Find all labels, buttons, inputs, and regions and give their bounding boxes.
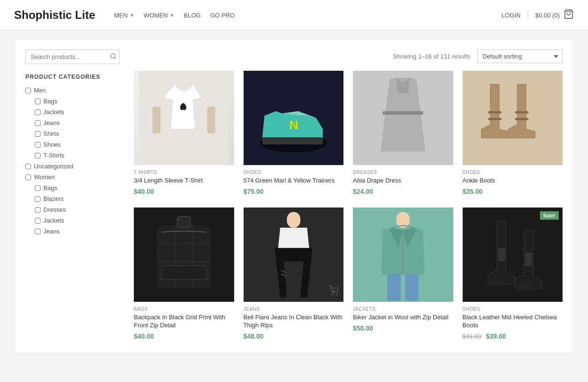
svg-rect-17 — [515, 111, 529, 114]
product-image-6 — [244, 208, 344, 302]
product-price-3: $24.00 — [353, 188, 453, 195]
cat-item-women-bags[interactable]: Bags — [35, 184, 120, 191]
cat-label-women-bags: Bags — [43, 184, 57, 191]
product-category-6: JEANS — [244, 307, 344, 312]
nav-gopro[interactable]: GO PRO — [210, 12, 235, 19]
product-card-7[interactable]: JACKETS Biker Jacket in Wool with Zip De… — [353, 208, 453, 343]
cat-item-men-shoes[interactable]: Shoes — [35, 141, 120, 148]
product-info-3: DRESSES Abia Drape Dress $24.00 — [353, 165, 453, 198]
cat-item-men-jackets[interactable]: Jackets — [35, 108, 120, 116]
sort-select[interactable]: Default sorting Sort by popularity Sort … — [477, 50, 563, 63]
cat-item-men-bags[interactable]: Bags — [35, 98, 120, 105]
product-card-6[interactable]: JEANS Bell Flare Jeans In Clean Black Wi… — [244, 208, 344, 343]
cat-checkbox-men-jackets[interactable] — [35, 109, 41, 115]
cat-checkbox-women[interactable] — [25, 174, 31, 180]
svg-rect-15 — [488, 111, 501, 114]
cat-checkbox-women-dresses[interactable] — [35, 207, 41, 213]
cat-label-women-dresses: Dresses — [43, 206, 66, 213]
cat-item-uncategorized[interactable]: Uncategorized — [25, 163, 120, 170]
product-image-1 — [134, 71, 234, 165]
product-name-3: Abia Drape Dress — [353, 177, 453, 185]
cat-label-uncategorized: Uncategorized — [34, 163, 74, 170]
cat-item-men-jeans[interactable]: Jeans — [35, 119, 120, 126]
cat-item-men-shirts[interactable]: Shirts — [35, 130, 120, 137]
svg-rect-40 — [387, 274, 401, 301]
site-logo[interactable]: Shophistic Lite — [14, 8, 95, 22]
categories-title: PRODUCT CATEGORIES — [25, 74, 120, 80]
cat-checkbox-men-tshirts[interactable] — [35, 153, 41, 158]
login-button[interactable]: LOGIN — [501, 12, 520, 19]
cat-checkbox-women-blazers[interactable] — [35, 196, 41, 202]
product-card-4[interactable]: SHOES Ankle Boots $35.00 — [463, 71, 563, 198]
product-price-sale-8: $39.00 — [486, 332, 506, 340]
svg-rect-29 — [286, 212, 300, 227]
svg-rect-43 — [488, 279, 506, 286]
search-icon[interactable] — [110, 53, 116, 61]
product-info-8: SHOES Black Leather Mid Heeled Chelsea B… — [463, 302, 563, 343]
cat-item-women-jeans[interactable]: Jeans — [35, 228, 120, 235]
cat-sub-women: Bags Blazers Dresses Jackets — [25, 184, 120, 235]
product-card-8[interactable]: Sale! SHOES Black Leather Mid Heeled Che… — [463, 208, 563, 343]
svg-rect-14 — [468, 71, 557, 165]
product-info-4: SHOES Ankle Boots $35.00 — [463, 165, 563, 198]
product-category-3: DRESSES — [353, 170, 453, 175]
product-price-wrapper-8: $49.00 $39.00 — [463, 332, 563, 340]
category-men: Men Bags Jackets Jeans — [25, 87, 120, 159]
product-name-4: Ankle Boots — [463, 177, 563, 185]
nav-men[interactable]: MEN ▼ — [114, 12, 134, 19]
cat-checkbox-uncategorized[interactable] — [25, 164, 31, 169]
cat-label-men-bags: Bags — [43, 98, 57, 105]
search-box[interactable] — [25, 50, 120, 64]
cat-item-women-jackets[interactable]: Jackets — [35, 217, 120, 224]
cat-checkbox-men-shoes[interactable] — [35, 142, 41, 148]
cart-button[interactable]: $0.00 (0) — [535, 9, 574, 22]
cat-label-women-blazers: Blazers — [43, 195, 64, 202]
product-price-2: $75.00 — [244, 188, 344, 195]
cat-checkbox-women-bags[interactable] — [35, 185, 41, 191]
search-input[interactable] — [31, 53, 110, 60]
nav-gopro-label: GO PRO — [210, 12, 235, 19]
svg-rect-11 — [262, 137, 323, 144]
main-nav: MEN ▼ WOMEN ▼ BLOG GO PRO — [114, 12, 501, 19]
add-to-cart-icon-6[interactable] — [328, 285, 339, 297]
nav-blog[interactable]: BLOG — [184, 12, 201, 19]
cat-checkbox-women-jeans[interactable] — [35, 229, 41, 234]
svg-rect-6 — [153, 107, 161, 133]
product-card-1[interactable]: T-SHIRTS 3/4 Length Sleeve T-Shirt $40.0… — [134, 71, 234, 198]
product-image-8: Sale! — [463, 208, 563, 302]
product-price-7: $50.00 — [353, 324, 453, 332]
cat-checkbox-women-jackets[interactable] — [35, 218, 41, 224]
product-card-2[interactable]: N SHOES 574 Green Marl & Yellow Trainers… — [244, 71, 344, 198]
nav-women[interactable]: WOMEN ▼ — [144, 12, 174, 19]
cat-item-women-dresses[interactable]: Dresses — [35, 206, 120, 213]
product-category-5: BAGS — [134, 307, 234, 312]
cat-label-women-jeans: Jeans — [43, 228, 60, 235]
cat-item-women[interactable]: Women — [25, 174, 120, 181]
svg-rect-41 — [405, 274, 419, 301]
product-card-5[interactable]: BAGS Backpack In Black Grid Print With F… — [134, 208, 234, 343]
product-info-6: JEANS Bell Flare Jeans In Clean Black Wi… — [244, 302, 344, 343]
product-price-4: $35.00 — [463, 188, 563, 195]
cat-item-men[interactable]: Men — [25, 87, 120, 94]
cat-label-men-shoes: Shoes — [43, 141, 61, 148]
product-image-5 — [134, 208, 234, 302]
header-divider — [528, 10, 528, 20]
cat-item-men-tshirts[interactable]: T-Shirts — [35, 152, 120, 159]
cat-checkbox-men-jeans[interactable] — [35, 120, 41, 126]
header-right: LOGIN $0.00 (0) — [501, 9, 574, 22]
product-name-5: Backpack In Black Grid Print With Front … — [134, 314, 234, 330]
cat-label-men-shirts: Shirts — [43, 130, 59, 137]
cat-checkbox-men-bags[interactable] — [35, 99, 41, 104]
cat-checkbox-men-shirts[interactable] — [35, 131, 41, 137]
cat-item-women-blazers[interactable]: Blazers — [35, 195, 120, 202]
cat-label-men: Men — [34, 87, 46, 94]
svg-line-2 — [114, 58, 116, 59]
product-image-2: N — [244, 71, 344, 165]
product-category-8: SHOES — [463, 307, 563, 312]
product-price-old-8: $49.00 — [463, 333, 482, 340]
sale-badge-8: Sale! — [540, 211, 559, 220]
product-card-3[interactable]: DRESSES Abia Drape Dress $24.00 — [353, 71, 453, 198]
svg-rect-42 — [468, 208, 557, 302]
product-image-4 — [463, 71, 563, 165]
cat-checkbox-men[interactable] — [25, 88, 31, 93]
